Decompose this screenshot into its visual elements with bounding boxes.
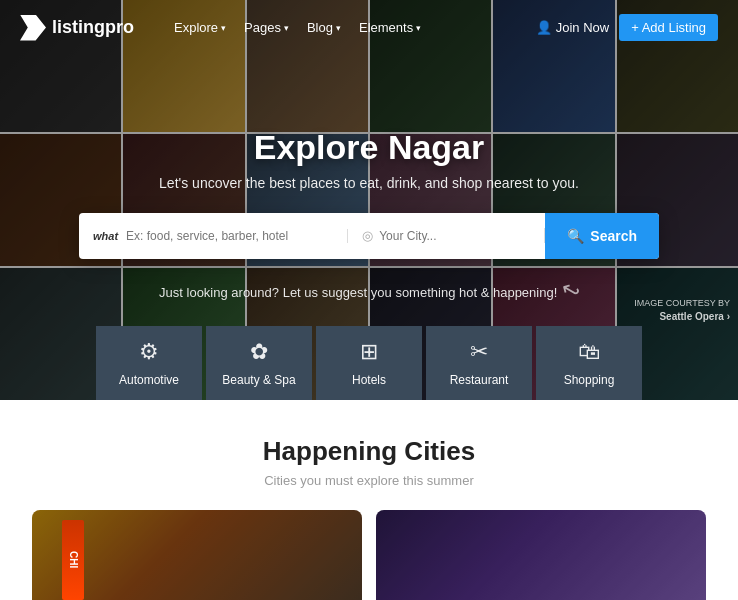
chi-sign: CHI xyxy=(62,520,84,600)
chevron-icon: ▾ xyxy=(221,23,226,33)
nav-links: Explore ▾ Pages ▾ Blog ▾ Elements ▾ xyxy=(174,20,421,35)
hero-section: Explore Nagar Let's uncover the best pla… xyxy=(0,0,738,400)
navbar: listingpro Explore ▾ Pages ▾ Blog ▾ Elem… xyxy=(0,0,738,55)
chevron-icon: ▾ xyxy=(336,23,341,33)
cities-grid: CHI xyxy=(20,510,718,600)
add-listing-button[interactable]: + Add Listing xyxy=(619,14,718,41)
chevron-icon: ▾ xyxy=(416,23,421,33)
search-bar: What ◎ 🔍 Search xyxy=(79,213,659,259)
category-beauty-spa[interactable]: ✿ Beauty & Spa xyxy=(206,326,312,400)
chevron-icon: ▾ xyxy=(284,23,289,33)
category-automotive[interactable]: ⚙ Automotive xyxy=(96,326,202,400)
logo-text: listingpro xyxy=(52,17,134,38)
category-label: Shopping xyxy=(564,373,615,387)
hero-title: Explore Nagar xyxy=(254,128,485,167)
logo[interactable]: listingpro xyxy=(20,15,134,41)
category-label: Automotive xyxy=(119,373,179,387)
arrow-icon: ↩ xyxy=(556,274,585,306)
location-icon: ◎ xyxy=(362,228,373,243)
what-label: What xyxy=(93,230,118,242)
categories-bar: ⚙ Automotive ✿ Beauty & Spa ⊞ Hotels ✂ R… xyxy=(96,326,642,400)
search-button[interactable]: 🔍 Search xyxy=(545,213,659,259)
cities-subtitle: Cities you must explore this summer xyxy=(20,473,718,488)
beauty-icon: ✿ xyxy=(250,339,268,365)
logo-icon xyxy=(20,15,46,41)
credit-label: IMAGE COURTESY BY xyxy=(634,297,730,310)
city-card-chicago[interactable]: CHI xyxy=(32,510,362,600)
search-what-field: What xyxy=(79,229,348,243)
credit-link[interactable]: Seattle Opera › xyxy=(634,310,730,324)
cities-title: Happening Cities xyxy=(20,436,718,467)
category-label: Beauty & Spa xyxy=(222,373,295,387)
image-credit: IMAGE COURTESY BY Seattle Opera › xyxy=(634,297,730,324)
search-what-input[interactable] xyxy=(126,229,333,243)
cities-section: Happening Cities Cities you must explore… xyxy=(0,400,738,600)
search-icon: 🔍 xyxy=(567,228,584,244)
search-where-field: ◎ xyxy=(348,228,545,243)
hotels-icon: ⊞ xyxy=(360,339,378,365)
search-where-input[interactable] xyxy=(379,229,530,243)
category-hotels[interactable]: ⊞ Hotels xyxy=(316,326,422,400)
category-shopping[interactable]: 🛍 Shopping xyxy=(536,326,642,400)
city-overlay xyxy=(376,510,706,600)
category-restaurant[interactable]: ✂ Restaurant xyxy=(426,326,532,400)
hero-subtitle: Let's uncover the best places to eat, dr… xyxy=(159,175,579,191)
nav-blog[interactable]: Blog ▾ xyxy=(307,20,341,35)
automotive-icon: ⚙ xyxy=(139,339,159,365)
restaurant-icon: ✂ xyxy=(470,339,488,365)
nav-right: 👤 Join Now + Add Listing xyxy=(536,14,718,41)
city-card-purple[interactable] xyxy=(376,510,706,600)
nav-pages[interactable]: Pages ▾ xyxy=(244,20,289,35)
shopping-icon: 🛍 xyxy=(578,339,600,365)
category-label: Restaurant xyxy=(450,373,509,387)
join-now-button[interactable]: 👤 Join Now xyxy=(536,20,609,35)
nav-explore[interactable]: Explore ▾ xyxy=(174,20,226,35)
hot-happening-text: Just looking around? Let us suggest you … xyxy=(159,277,579,303)
nav-elements[interactable]: Elements ▾ xyxy=(359,20,421,35)
category-label: Hotels xyxy=(352,373,386,387)
